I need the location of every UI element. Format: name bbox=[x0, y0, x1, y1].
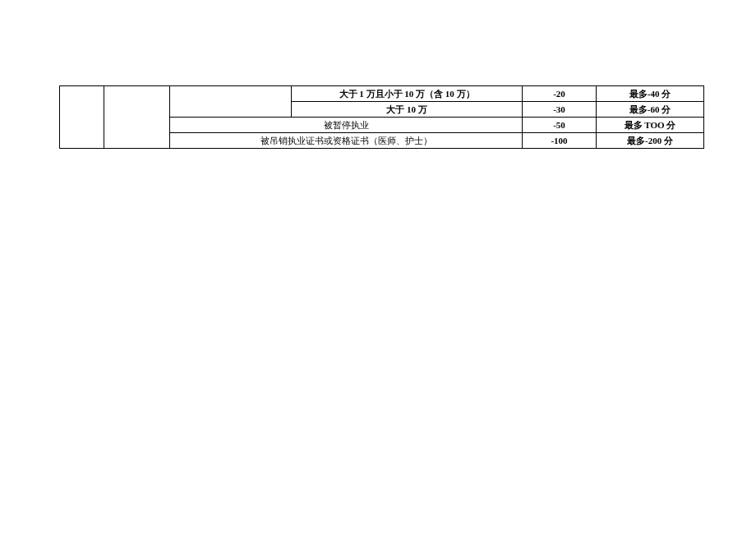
cell-score: -50 bbox=[523, 118, 597, 133]
cell-score: -100 bbox=[523, 133, 597, 149]
cell-max-text: 最多-200 分 bbox=[627, 136, 673, 145]
cell-col3 bbox=[170, 86, 292, 118]
cell-col2 bbox=[104, 86, 170, 149]
scoring-table-container: 大于 1 万且小于 10 万（含 10 万） -20 最多-40 分 大于 10… bbox=[59, 85, 703, 149]
table-row: 大于 1 万且小于 10 万（含 10 万） -20 最多-40 分 bbox=[60, 86, 704, 102]
cell-score-text: -30 bbox=[553, 104, 565, 114]
cell-max: 最多-60 分 bbox=[597, 102, 704, 118]
cell-desc-text: 大于 1 万且小于 10 万（含 10 万） bbox=[339, 89, 475, 99]
cell-max: 最多 TOO 分 bbox=[597, 118, 704, 133]
cell-max-text: 最多 TOO 分 bbox=[625, 120, 676, 130]
cell-desc: 被暂停执业 bbox=[170, 118, 523, 133]
cell-max: 最多-40 分 bbox=[597, 86, 704, 102]
cell-score-text: -50 bbox=[553, 120, 565, 130]
cell-score: -30 bbox=[523, 102, 597, 118]
cell-desc: 被吊销执业证书或资格证书（医师、护士） bbox=[170, 133, 523, 149]
cell-desc-text: 被暂停执业 bbox=[324, 120, 369, 130]
cell-desc-text: 被吊销执业证书或资格证书（医师、护士） bbox=[260, 136, 432, 145]
scoring-table: 大于 1 万且小于 10 万（含 10 万） -20 最多-40 分 大于 10… bbox=[59, 85, 704, 149]
cell-score-text: -20 bbox=[553, 89, 565, 99]
cell-max: 最多-200 分 bbox=[597, 133, 704, 149]
cell-col1 bbox=[60, 86, 104, 149]
cell-desc: 大于 10 万 bbox=[292, 102, 523, 118]
cell-max-text: 最多-60 分 bbox=[629, 104, 671, 114]
cell-desc-text: 大于 10 万 bbox=[386, 104, 427, 114]
cell-score: -20 bbox=[523, 86, 597, 102]
cell-desc: 大于 1 万且小于 10 万（含 10 万） bbox=[292, 86, 523, 102]
cell-score-text: -100 bbox=[551, 136, 567, 145]
cell-max-text: 最多-40 分 bbox=[629, 89, 671, 99]
